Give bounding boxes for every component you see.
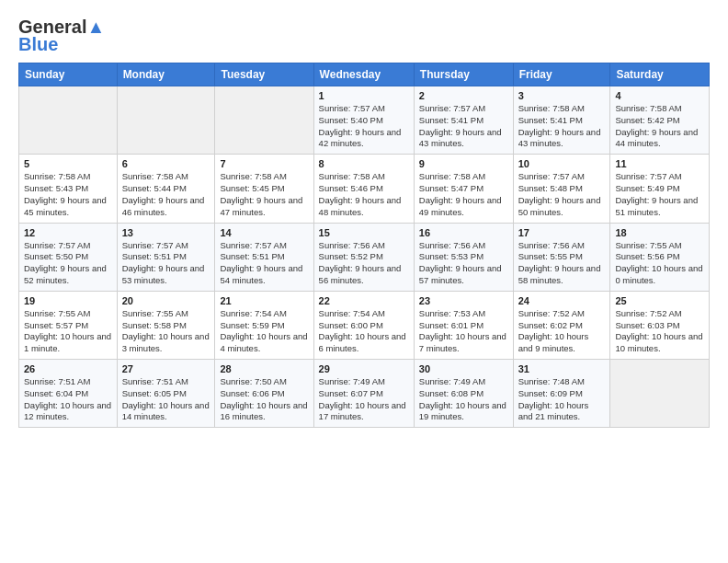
day-info: Sunrise: 7:49 AM Sunset: 6:07 PM Dayligh… (319, 376, 409, 423)
day-number: 27 (122, 363, 210, 374)
day-number: 20 (122, 295, 210, 306)
calendar-day-cell: 20Sunrise: 7:55 AM Sunset: 5:58 PM Dayli… (117, 291, 215, 359)
day-number: 18 (615, 227, 704, 238)
day-number: 3 (518, 90, 606, 101)
day-number: 7 (220, 158, 308, 169)
calendar-day-cell: 7Sunrise: 7:58 AM Sunset: 5:45 PM Daylig… (215, 155, 313, 223)
day-info: Sunrise: 7:57 AM Sunset: 5:50 PM Dayligh… (24, 240, 112, 287)
day-number: 28 (220, 363, 308, 374)
calendar-day-cell: 13Sunrise: 7:57 AM Sunset: 5:51 PM Dayli… (117, 223, 215, 291)
calendar-day-cell: 11Sunrise: 7:57 AM Sunset: 5:49 PM Dayli… (610, 155, 710, 223)
day-info: Sunrise: 7:52 AM Sunset: 6:02 PM Dayligh… (518, 308, 606, 355)
day-info: Sunrise: 7:52 AM Sunset: 6:03 PM Dayligh… (615, 308, 704, 355)
page: General▲ Blue SundayMondayTuesdayWednesd… (0, 0, 728, 563)
day-number: 26 (24, 363, 112, 374)
day-info: Sunrise: 7:54 AM Sunset: 6:00 PM Dayligh… (319, 308, 409, 355)
day-info: Sunrise: 7:51 AM Sunset: 6:04 PM Dayligh… (24, 376, 112, 423)
day-number: 4 (615, 90, 704, 101)
calendar-day-cell: 4Sunrise: 7:58 AM Sunset: 5:42 PM Daylig… (610, 86, 710, 155)
calendar-day-cell: 15Sunrise: 7:56 AM Sunset: 5:52 PM Dayli… (313, 223, 414, 291)
calendar-day-cell: 18Sunrise: 7:55 AM Sunset: 5:56 PM Dayli… (610, 223, 710, 291)
day-number: 31 (518, 363, 606, 374)
day-number: 10 (518, 158, 606, 169)
day-number: 23 (419, 295, 508, 306)
calendar-day-cell: 24Sunrise: 7:52 AM Sunset: 6:02 PM Dayli… (513, 291, 610, 359)
calendar-header-cell: Wednesday (313, 63, 414, 86)
calendar-header-row: SundayMondayTuesdayWednesdayThursdayFrid… (19, 63, 710, 86)
day-info: Sunrise: 7:58 AM Sunset: 5:42 PM Dayligh… (615, 103, 704, 150)
day-info: Sunrise: 7:57 AM Sunset: 5:41 PM Dayligh… (419, 103, 508, 150)
calendar-header-cell: Thursday (414, 63, 513, 86)
calendar-body: 1Sunrise: 7:57 AM Sunset: 5:40 PM Daylig… (19, 86, 710, 428)
calendar-day-cell: 9Sunrise: 7:58 AM Sunset: 5:47 PM Daylig… (414, 155, 513, 223)
calendar-day-cell: 16Sunrise: 7:56 AM Sunset: 5:53 PM Dayli… (414, 223, 513, 291)
day-number: 17 (518, 227, 606, 238)
calendar-header-cell: Saturday (610, 63, 710, 86)
calendar-day-cell: 23Sunrise: 7:53 AM Sunset: 6:01 PM Dayli… (414, 291, 513, 359)
day-info: Sunrise: 7:54 AM Sunset: 5:59 PM Dayligh… (220, 308, 308, 355)
calendar-day-cell: 22Sunrise: 7:54 AM Sunset: 6:00 PM Dayli… (313, 291, 414, 359)
calendar-day-cell: 21Sunrise: 7:54 AM Sunset: 5:59 PM Dayli… (215, 291, 313, 359)
calendar-header-cell: Tuesday (215, 63, 313, 86)
day-info: Sunrise: 7:49 AM Sunset: 6:08 PM Dayligh… (419, 376, 508, 423)
calendar-week-row: 26Sunrise: 7:51 AM Sunset: 6:04 PM Dayli… (19, 360, 710, 428)
calendar-day-cell: 27Sunrise: 7:51 AM Sunset: 6:05 PM Dayli… (117, 360, 215, 428)
day-info: Sunrise: 7:51 AM Sunset: 6:05 PM Dayligh… (122, 376, 210, 423)
calendar-header-cell: Sunday (19, 63, 118, 86)
calendar-day-cell: 19Sunrise: 7:55 AM Sunset: 5:57 PM Dayli… (19, 291, 118, 359)
calendar-day-cell: 8Sunrise: 7:58 AM Sunset: 5:46 PM Daylig… (313, 155, 414, 223)
calendar-header-cell: Monday (117, 63, 215, 86)
day-number: 30 (419, 363, 508, 374)
day-number: 19 (24, 295, 112, 306)
calendar-week-row: 5Sunrise: 7:58 AM Sunset: 5:43 PM Daylig… (19, 155, 710, 223)
day-info: Sunrise: 7:58 AM Sunset: 5:44 PM Dayligh… (122, 171, 210, 218)
day-number: 1 (319, 90, 409, 101)
day-number: 13 (122, 227, 210, 238)
day-info: Sunrise: 7:58 AM Sunset: 5:41 PM Dayligh… (518, 103, 606, 150)
day-info: Sunrise: 7:56 AM Sunset: 5:53 PM Dayligh… (419, 240, 508, 287)
calendar-header-cell: Friday (513, 63, 610, 86)
day-info: Sunrise: 7:56 AM Sunset: 5:55 PM Dayligh… (518, 240, 606, 287)
day-info: Sunrise: 7:57 AM Sunset: 5:51 PM Dayligh… (220, 240, 308, 287)
calendar-day-cell (19, 86, 118, 155)
day-info: Sunrise: 7:50 AM Sunset: 6:06 PM Dayligh… (220, 376, 308, 423)
calendar-day-cell (610, 360, 710, 428)
day-number: 25 (615, 295, 704, 306)
calendar-day-cell (215, 86, 313, 155)
calendar-day-cell (117, 86, 215, 155)
calendar-day-cell: 29Sunrise: 7:49 AM Sunset: 6:07 PM Dayli… (313, 360, 414, 428)
day-number: 29 (319, 363, 409, 374)
calendar-week-row: 19Sunrise: 7:55 AM Sunset: 5:57 PM Dayli… (19, 291, 710, 359)
calendar-day-cell: 10Sunrise: 7:57 AM Sunset: 5:48 PM Dayli… (513, 155, 610, 223)
day-number: 5 (24, 158, 112, 169)
day-info: Sunrise: 7:58 AM Sunset: 5:43 PM Dayligh… (24, 171, 112, 218)
calendar-day-cell: 3Sunrise: 7:58 AM Sunset: 5:41 PM Daylig… (513, 86, 610, 155)
day-number: 14 (220, 227, 308, 238)
day-info: Sunrise: 7:55 AM Sunset: 5:56 PM Dayligh… (615, 240, 704, 287)
day-info: Sunrise: 7:57 AM Sunset: 5:49 PM Dayligh… (615, 171, 704, 218)
day-number: 9 (419, 158, 508, 169)
calendar-day-cell: 14Sunrise: 7:57 AM Sunset: 5:51 PM Dayli… (215, 223, 313, 291)
calendar-day-cell: 28Sunrise: 7:50 AM Sunset: 6:06 PM Dayli… (215, 360, 313, 428)
calendar-day-cell: 5Sunrise: 7:58 AM Sunset: 5:43 PM Daylig… (19, 155, 118, 223)
calendar-day-cell: 6Sunrise: 7:58 AM Sunset: 5:44 PM Daylig… (117, 155, 215, 223)
day-info: Sunrise: 7:58 AM Sunset: 5:45 PM Dayligh… (220, 171, 308, 218)
day-number: 8 (319, 158, 409, 169)
day-number: 24 (518, 295, 606, 306)
day-info: Sunrise: 7:58 AM Sunset: 5:46 PM Dayligh… (319, 171, 409, 218)
day-info: Sunrise: 7:57 AM Sunset: 5:48 PM Dayligh… (518, 171, 606, 218)
day-info: Sunrise: 7:55 AM Sunset: 5:57 PM Dayligh… (24, 308, 112, 355)
logo: General▲ Blue (18, 17, 105, 53)
calendar-day-cell: 25Sunrise: 7:52 AM Sunset: 6:03 PM Dayli… (610, 291, 710, 359)
day-number: 15 (319, 227, 409, 238)
calendar-day-cell: 30Sunrise: 7:49 AM Sunset: 6:08 PM Dayli… (414, 360, 513, 428)
header: General▲ Blue (18, 17, 710, 53)
calendar-day-cell: 26Sunrise: 7:51 AM Sunset: 6:04 PM Dayli… (19, 360, 118, 428)
day-info: Sunrise: 7:48 AM Sunset: 6:09 PM Dayligh… (518, 376, 606, 423)
calendar-week-row: 12Sunrise: 7:57 AM Sunset: 5:50 PM Dayli… (19, 223, 710, 291)
calendar-week-row: 1Sunrise: 7:57 AM Sunset: 5:40 PM Daylig… (19, 86, 710, 155)
day-info: Sunrise: 7:58 AM Sunset: 5:47 PM Dayligh… (419, 171, 508, 218)
day-info: Sunrise: 7:53 AM Sunset: 6:01 PM Dayligh… (419, 308, 508, 355)
calendar-day-cell: 1Sunrise: 7:57 AM Sunset: 5:40 PM Daylig… (313, 86, 414, 155)
day-number: 21 (220, 295, 308, 306)
